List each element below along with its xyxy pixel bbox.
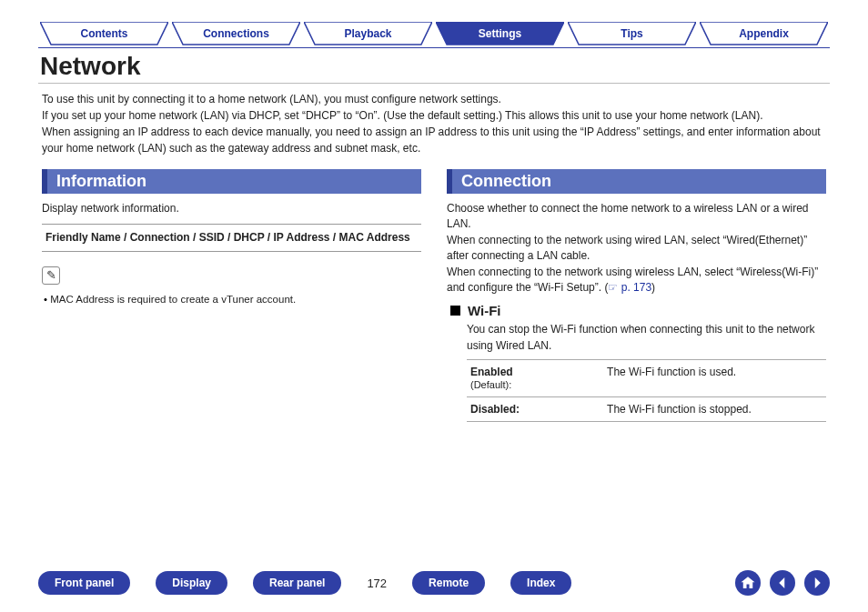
information-desc: Display network information.: [42, 201, 421, 216]
page-ref[interactable]: ☞ p. 173: [608, 280, 651, 296]
display-button[interactable]: Display: [156, 571, 227, 595]
page-number: 172: [367, 577, 387, 590]
index-button[interactable]: Index: [510, 571, 571, 595]
next-page-icon[interactable]: [804, 570, 830, 596]
tab-label: Tips: [568, 22, 696, 45]
footer: Front panel Display Rear panel 172 Remot…: [38, 570, 830, 596]
square-bullet-icon: [450, 306, 460, 316]
tab-label: Playback: [304, 22, 432, 45]
divider: [38, 83, 830, 84]
page-title: Network: [40, 52, 830, 81]
front-panel-button[interactable]: Front panel: [38, 571, 130, 595]
information-fields: Friendly Name / Connection / SSID / DHCP…: [42, 224, 421, 252]
tab-label: Connections: [172, 22, 300, 45]
opt-key: Disabled:: [470, 403, 520, 416]
rear-panel-button[interactable]: Rear panel: [253, 571, 341, 595]
pencil-icon: ✎: [42, 266, 60, 285]
wifi-title: Wi-Fi: [468, 303, 501, 318]
top-tabs: Contents Connections Playback Settings T…: [38, 22, 830, 45]
nav-icons: [735, 570, 830, 596]
table-row: Enabled (Default): The Wi-Fi function is…: [467, 360, 826, 397]
tab-connections[interactable]: Connections: [172, 22, 300, 45]
wifi-options-table: Enabled (Default): The Wi-Fi function is…: [467, 359, 826, 422]
col-connection: Connection Choose whether to connect the…: [447, 169, 826, 422]
opt-key: Enabled: [470, 366, 513, 378]
tab-label: Contents: [40, 22, 168, 45]
divider: [38, 47, 830, 48]
connection-desc-close: ): [651, 281, 655, 294]
remote-button[interactable]: Remote: [412, 571, 485, 595]
page-ref-link[interactable]: ☞ p. 173: [608, 280, 651, 296]
tab-contents[interactable]: Contents: [40, 22, 168, 45]
content-columns: Information Display network information.…: [38, 169, 830, 422]
information-note: MAC Address is required to create a vTun…: [44, 294, 421, 305]
section-header-connection: Connection: [447, 169, 826, 194]
opt-sub: (Default):: [470, 379, 511, 390]
table-row: Disabled: The Wi-Fi function is stopped.: [467, 397, 826, 422]
opt-val: The Wi-Fi function is stopped.: [603, 397, 826, 422]
home-icon[interactable]: [735, 570, 761, 596]
opt-val: The Wi-Fi function is used.: [603, 360, 826, 397]
tab-settings[interactable]: Settings: [436, 22, 564, 45]
wifi-desc: You can stop the Wi-Fi function when con…: [467, 322, 826, 354]
connection-desc: Choose whether to connect the home netwo…: [447, 201, 826, 296]
section-header-information: Information: [42, 169, 421, 194]
tab-label: Settings: [436, 22, 564, 45]
prev-page-icon[interactable]: [770, 570, 795, 596]
intro-text: To use this unit by connecting it to a h…: [42, 91, 826, 156]
wifi-subhead: Wi-Fi: [450, 303, 826, 318]
tab-tips[interactable]: Tips: [568, 22, 696, 45]
tab-appendix[interactable]: Appendix: [700, 22, 828, 45]
page: Contents Connections Playback Settings T…: [0, 0, 868, 612]
tab-playback[interactable]: Playback: [304, 22, 432, 45]
col-information: Information Display network information.…: [42, 169, 421, 422]
tab-label: Appendix: [700, 22, 828, 45]
